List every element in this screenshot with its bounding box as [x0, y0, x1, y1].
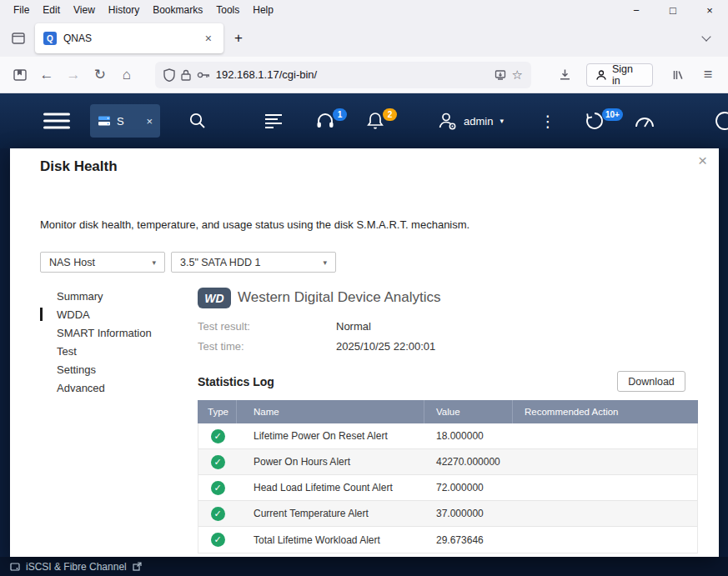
browser-navbar: ← → ↻ ⌂ 192.168.1.17/cgi-bin/ ☆ — [0, 57, 728, 93]
test-result-value: Normal — [336, 320, 371, 333]
qts-taskbar: iSCSI & Fibre Channel — [0, 557, 728, 576]
new-tab-button[interactable]: + — [227, 27, 250, 50]
row-name: Total Lifetime Workload Alert — [237, 534, 424, 546]
menu-file[interactable]: File — [7, 0, 36, 20]
wd-logo: WD — [198, 288, 231, 308]
minimize-button[interactable]: − — [618, 4, 655, 17]
close-window-button[interactable]: × — [691, 4, 728, 17]
download-button[interactable]: Download — [617, 371, 685, 392]
row-name: Head Load Lifetime Count Alert — [237, 482, 424, 493]
status-ok-icon: ✓ — [211, 429, 225, 443]
header-name: Name — [236, 400, 424, 423]
list-all-tabs-icon[interactable] — [696, 28, 716, 48]
wdda-heading: Western Digital Device Analytics — [238, 289, 440, 306]
menu-tools[interactable]: Tools — [209, 0, 246, 20]
forward-icon[interactable]: → — [60, 62, 87, 88]
storage-app-icon — [98, 114, 111, 128]
sign-in-label: Sign in — [612, 63, 644, 87]
reload-icon[interactable]: ↻ — [87, 62, 113, 88]
tab-title: QNAS — [63, 33, 195, 44]
row-value: 37.000000 — [424, 508, 513, 519]
back-icon[interactable]: ← — [33, 62, 60, 88]
browser-tabbar: Q QNAS × + — [0, 20, 728, 57]
row-value: 42270.000000 — [424, 456, 513, 468]
browser-tab-qnas[interactable]: Q QNAS × — [35, 23, 223, 53]
sign-in-button[interactable]: Sign in — [586, 63, 653, 87]
table-header: Type Name Value Recommended Action — [198, 400, 698, 423]
user-menu[interactable]: admin ▾ — [437, 93, 504, 148]
bookmark-star-icon[interactable]: ☆ — [512, 68, 523, 83]
dashboard-icon[interactable] — [714, 110, 728, 132]
menu-bookmarks[interactable]: Bookmarks — [146, 0, 209, 20]
sidebar-icon[interactable] — [7, 62, 33, 88]
table-row: ✓ Lifetime Power On Reset Alert 18.00000… — [198, 423, 697, 449]
app-menu-icon[interactable]: ≡ — [695, 62, 721, 88]
statistics-log-title: Statistics Log — [198, 375, 274, 388]
home-icon[interactable]: ⌂ — [113, 62, 140, 88]
menu-edit[interactable]: Edit — [36, 0, 67, 20]
url-bar[interactable]: 192.168.1.17/cgi-bin/ ☆ — [155, 62, 531, 88]
account-icon — [595, 69, 607, 81]
row-name: Current Temperature Alert — [237, 508, 424, 519]
chevron-down-icon: ▾ — [314, 258, 327, 267]
row-name: Power On Hours Alert — [237, 456, 424, 468]
user-name-label: admin — [464, 115, 493, 128]
app-tab-close-icon[interactable]: × — [146, 115, 153, 128]
nav-item-summary[interactable]: Summary — [40, 287, 152, 305]
menu-help[interactable]: Help — [246, 0, 280, 20]
alerts-badge: 2 — [383, 108, 397, 121]
screen: File Edit View History Bookmarks Tools H… — [0, 0, 728, 576]
firefox-view-icon[interactable] — [7, 27, 30, 50]
window-controls: − □ × — [618, 4, 728, 17]
user-gear-icon — [437, 111, 457, 131]
nav-item-wdda[interactable]: WDDA — [40, 305, 152, 323]
chevron-down-icon: ▾ — [143, 258, 156, 267]
row-value: 72.000000 — [424, 482, 513, 493]
host-select[interactable]: NAS Host ▾ — [40, 252, 165, 273]
nav-item-smart-information[interactable]: SMART Information — [40, 323, 152, 342]
notifications-bell-icon[interactable] — [367, 112, 384, 130]
open-app-tab[interactable]: S × — [90, 104, 160, 138]
maximize-button[interactable]: □ — [655, 4, 691, 17]
test-result-label: Test result: — [198, 320, 250, 333]
test-time-label: Test time: — [198, 340, 244, 353]
downloads-icon[interactable] — [551, 62, 578, 88]
lock-icon[interactable] — [181, 69, 191, 81]
table-row: ✓ Current Temperature Alert 37.000000 — [198, 501, 697, 527]
taskbar-item-label[interactable]: iSCSI & Fibre Channel — [26, 561, 127, 573]
resource-monitor-icon[interactable] — [634, 113, 655, 129]
tab-close-icon[interactable]: × — [202, 30, 215, 47]
status-ok-icon: ✓ — [211, 507, 225, 521]
qnas-favicon: Q — [43, 32, 57, 45]
task-list-icon[interactable] — [264, 113, 284, 129]
url-text[interactable]: 192.168.1.17/cgi-bin/ — [216, 68, 489, 81]
search-icon[interactable] — [188, 111, 208, 131]
app-tab-label: S — [117, 115, 124, 128]
row-name: Lifetime Power On Reset Alert — [237, 430, 424, 442]
more-options-icon[interactable]: ⋮ — [540, 112, 556, 131]
nav-item-advanced[interactable]: Advanced — [40, 378, 152, 397]
table-body: ✓ Lifetime Power On Reset Alert 18.00000… — [198, 423, 698, 553]
nav-item-settings[interactable]: Settings — [40, 360, 152, 378]
host-select-value: NAS Host — [49, 257, 95, 268]
library-icon[interactable] — [665, 62, 691, 88]
dialog-side-nav: Summary WDDA SMART Information Test Sett… — [40, 287, 152, 397]
header-value: Value — [424, 400, 512, 423]
open-in-window-icon[interactable] — [133, 562, 142, 571]
table-row: ✓ Total Lifetime Workload Alert 29.67364… — [198, 527, 697, 553]
status-ok-icon: ✓ — [211, 481, 225, 495]
key-icon[interactable] — [197, 71, 210, 79]
iscsi-app-icon — [10, 562, 20, 572]
statistics-table: Type Name Value Recommended Action ✓ Lif… — [198, 400, 698, 553]
save-page-icon[interactable] — [495, 69, 506, 81]
disk-select[interactable]: 3.5" SATA HDD 1 ▾ — [171, 252, 336, 273]
dialog-close-icon[interactable]: × — [698, 152, 707, 170]
shield-icon[interactable] — [163, 68, 175, 82]
nav-item-test[interactable]: Test — [40, 342, 152, 360]
menu-history[interactable]: History — [102, 0, 146, 20]
browser-menubar: File Edit View History Bookmarks Tools H… — [0, 0, 728, 20]
user-caret-icon: ▾ — [500, 117, 504, 125]
main-menu-icon[interactable] — [43, 113, 70, 129]
tasks-badge: 10+ — [602, 108, 623, 121]
menu-view[interactable]: View — [67, 0, 102, 20]
